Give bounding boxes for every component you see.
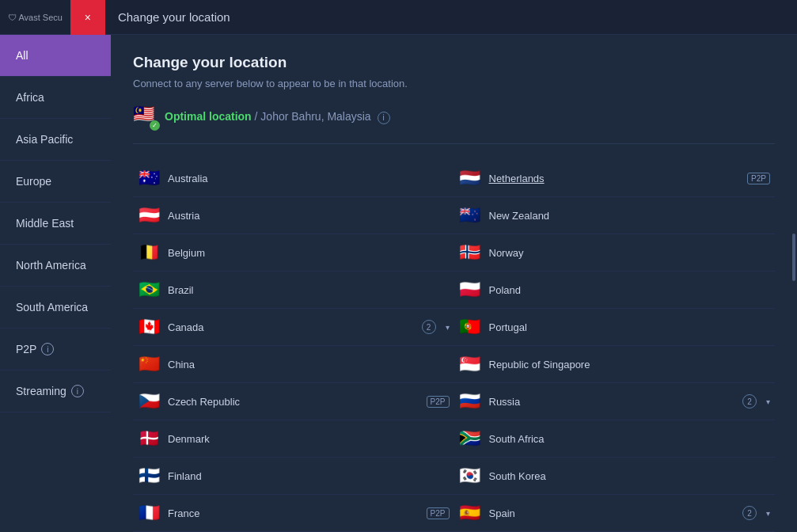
country-item[interactable]: 🇨🇿Czech RepublicP2P [133,383,454,420]
country-item[interactable]: 🇨🇳China [133,346,454,383]
country-flag: 🇩🇰 [138,428,160,449]
country-item[interactable]: 🇿🇦South Africa [454,420,776,458]
country-name: Norway [489,247,771,259]
sidebar-item-label: South America [16,301,95,314]
country-item[interactable]: 🇦🇺Australia [133,160,454,197]
country-flag: 🇷🇺 [459,391,481,412]
country-flag: 🇫🇮 [138,466,160,486]
sidebar-item-label: Africa [16,91,95,104]
sidebar-item-text: South America [16,301,88,314]
country-name: South Korea [489,470,771,482]
p2p-badge: P2P [427,507,450,519]
country-name: China [168,359,450,370]
country-flag: 🇰🇷 [459,466,481,486]
sidebar-item-text: Europe [16,175,51,188]
country-item[interactable]: 🇧🇷Brazil [133,272,454,309]
main-layout: AllAfricaAsia PacificEuropeMiddle EastNo… [0,35,797,532]
country-flag: 🇸🇬 [459,354,481,374]
country-item[interactable]: 🇷🇺Russia2▾ [454,383,776,420]
country-name: Canada [168,321,411,333]
country-flag: 🇦🇹 [138,205,160,226]
sidebar-item-text: All [16,49,28,62]
optimal-info-icon[interactable]: i [378,112,390,124]
country-item[interactable]: 🇨🇦Canada2▾ [133,309,454,346]
country-item[interactable]: 🇰🇷South Korea [454,458,776,495]
country-name: Austria [168,210,450,222]
country-name: New Zealand [489,210,771,222]
country-item[interactable]: 🇳🇿New Zealand [454,197,776,234]
sidebar-item-label: All [16,49,95,62]
close-button[interactable]: × [70,0,105,35]
sidebar-item-all[interactable]: All [0,35,111,77]
sidebar-item-text: P2P [16,343,36,355]
sidebar-item-label: Middle East [16,217,95,230]
country-flag: 🇵🇱 [459,279,481,300]
country-flag: 🇿🇦 [459,428,481,449]
country-name: Australia [168,173,450,184]
country-name: Czech Republic [168,396,416,408]
country-name: Brazil [168,284,450,296]
country-flag: 🇧🇷 [138,279,160,300]
count-badge: 2 [422,320,436,334]
sidebar-item-south-america[interactable]: South America [0,287,111,329]
country-item[interactable]: 🇵🇱Poland [454,272,776,309]
info-icon[interactable]: i [41,343,54,355]
country-item[interactable]: 🇫🇷FranceP2P [133,495,454,532]
optimal-label: Optimal location [165,110,252,123]
country-flag: 🇳🇿 [459,205,481,226]
page-title: Change your location [133,54,775,71]
country-name: Belgium [168,247,450,259]
info-icon[interactable]: i [71,385,84,397]
country-name: South Africa [489,433,771,445]
count-badge: 2 [742,506,757,520]
sidebar-item-europe[interactable]: Europe [0,161,111,203]
check-badge: ✓ [150,120,160,131]
country-flag: 🇳🇱 [459,168,481,188]
p2p-badge: P2P [427,396,450,408]
country-name: Spain [489,507,732,519]
sidebar-item-text: Streaming [16,385,66,397]
country-flag: 🇪🇸 [459,503,481,523]
country-item[interactable]: 🇪🇸Spain2▾ [454,495,776,532]
country-item[interactable]: 🇩🇰Denmark [133,420,454,458]
country-flag: 🇨🇦 [138,317,160,337]
optimal-location[interactable]: 🇲🇾 ✓ Optimal location / Johor Bahru, Mal… [133,105,775,144]
sidebar-item-text: North America [16,259,86,272]
sidebar-item-north-america[interactable]: North America [0,245,111,287]
country-name: Poland [489,284,771,296]
sidebar-item-asia-pacific[interactable]: Asia Pacific [0,119,111,161]
country-name: Finland [168,470,450,482]
country-item[interactable]: 🇵🇹Portugal [454,309,776,346]
country-item[interactable]: 🇳🇴Norway [454,234,776,272]
page-subtitle: Connect to any server below to appear to… [133,78,775,89]
sidebar-item-label: Streamingi [16,385,95,397]
country-name: Denmark [168,433,450,445]
sidebar-item-streaming[interactable]: Streamingi [0,370,111,412]
country-item[interactable]: 🇦🇹Austria [133,197,454,234]
sidebar-item-label: Europe [16,175,95,188]
countries-grid: 🇦🇺Australia🇳🇱NetherlandsP2P🇦🇹Austria🇳🇿Ne… [133,160,775,532]
chevron-down-icon[interactable]: ▾ [446,323,450,332]
app-logo: 🛡 Avast Secu [0,13,70,22]
optimal-city: Johor Bahru, Malaysia [260,110,370,123]
sidebar-item-text: Asia Pacific [16,133,73,146]
country-item[interactable]: 🇫🇮Finland [133,458,454,495]
sidebar-item-middle-east[interactable]: Middle East [0,203,111,245]
country-flag: 🇨🇿 [138,391,160,412]
country-name: Portugal [489,321,771,333]
country-flag: 🇨🇳 [138,354,160,374]
sidebar-item-p2p[interactable]: P2Pi [0,329,111,370]
count-badge: 2 [742,394,757,408]
sidebar-item-africa[interactable]: Africa [0,77,111,119]
country-item[interactable]: 🇸🇬Republic of Singapore [454,346,776,383]
country-item[interactable]: 🇳🇱NetherlandsP2P [454,160,776,197]
title-bar: 🛡 Avast Secu × Change your location [0,0,797,35]
country-name: Netherlands [489,173,737,184]
country-item[interactable]: 🇧🇪Belgium [133,234,454,272]
content-area: Change your location Connect to any serv… [111,35,797,532]
sidebar-item-label: P2Pi [16,343,95,355]
sidebar: AllAfricaAsia PacificEuropeMiddle EastNo… [0,35,111,532]
dialog-title: Change your location [105,10,230,24]
chevron-down-icon[interactable]: ▾ [766,509,770,518]
chevron-down-icon[interactable]: ▾ [766,397,770,406]
